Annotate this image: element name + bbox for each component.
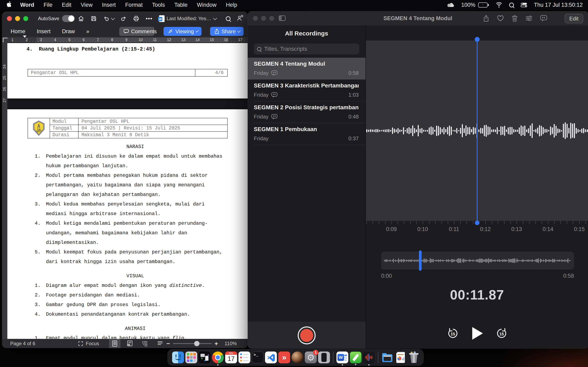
dock-icon-launchpad[interactable] bbox=[185, 351, 197, 363]
apple-icon[interactable] bbox=[6, 1, 12, 9]
dock-icon-spaces[interactable] bbox=[199, 351, 210, 363]
dock-icon-iphone-mirroring[interactable] bbox=[318, 351, 330, 363]
page-indicator[interactable]: Page 4 of 6 bbox=[10, 339, 35, 348]
dock-icon-voice-memos[interactable] bbox=[363, 351, 375, 363]
menu-help[interactable]: Help bbox=[226, 2, 237, 8]
playhead-drop-handle[interactable] bbox=[475, 221, 479, 225]
favorite-heart-icon[interactable] bbox=[497, 15, 504, 22]
minimize-button[interactable] bbox=[15, 16, 20, 21]
edit-button[interactable]: Edit bbox=[565, 14, 583, 23]
last-modified-label[interactable]: — Last Modified: Yes… bbox=[160, 16, 211, 21]
dock-icon-chrome[interactable] bbox=[212, 351, 224, 363]
dock-icon-downloads-folder[interactable] bbox=[381, 351, 393, 363]
zoom-slider-knob[interactable] bbox=[194, 341, 199, 346]
word-search-icon[interactable] bbox=[226, 16, 231, 21]
share-icon[interactable] bbox=[483, 15, 489, 22]
tab-stop-selector[interactable] bbox=[3, 38, 8, 42]
launchpad-grid-icon[interactable] bbox=[434, 2, 440, 8]
dock-icon-trash[interactable] bbox=[408, 351, 420, 363]
menu-view[interactable]: View bbox=[81, 2, 93, 8]
overview-scrubber[interactable] bbox=[381, 252, 574, 269]
onedrive-cloud-icon[interactable] bbox=[447, 2, 455, 8]
focus-button[interactable]: Focus bbox=[78, 339, 99, 348]
menu-insert[interactable]: Insert bbox=[102, 2, 116, 8]
share-people-icon[interactable] bbox=[237, 15, 243, 22]
zoom-button[interactable] bbox=[23, 16, 28, 21]
viewing-icon bbox=[168, 29, 173, 34]
battery-status[interactable]: 100% bbox=[461, 2, 489, 8]
dock-icon-pencil-app[interactable] bbox=[350, 351, 362, 363]
draft-view-button[interactable] bbox=[154, 339, 166, 348]
recording-item[interactable]: SEGMEN 4 Tentang ModulFriday0:58 bbox=[248, 58, 365, 80]
zoom-out-button[interactable]: − bbox=[166, 340, 170, 347]
dock-icon-documents[interactable] bbox=[395, 351, 406, 363]
last-modified-chevron-icon[interactable] bbox=[213, 16, 217, 20]
home-icon[interactable] bbox=[78, 16, 84, 22]
search-input[interactable] bbox=[264, 46, 356, 52]
spotlight-search-icon[interactable] bbox=[509, 3, 514, 7]
menu-window[interactable]: Window bbox=[197, 2, 216, 8]
print-icon[interactable] bbox=[133, 16, 139, 22]
dock-icon-settings[interactable]: ⚙1 bbox=[305, 351, 317, 363]
close-button[interactable] bbox=[7, 16, 12, 21]
autosave-toggle[interactable] bbox=[62, 15, 75, 22]
menu-clock[interactable]: Thu 17 Jul 13:50:12 bbox=[534, 2, 583, 8]
dock-icon-calendar[interactable]: JUL17 bbox=[225, 351, 237, 363]
comments-button[interactable]: Comments bbox=[119, 27, 154, 36]
right-indent-marker[interactable] bbox=[226, 38, 230, 42]
save-icon[interactable] bbox=[91, 16, 97, 22]
recording-item[interactable]: SEGMEN 2 Posisi Strategis pertambanganFr… bbox=[248, 101, 365, 123]
viewing-button[interactable]: Viewing bbox=[164, 27, 201, 36]
menu-file[interactable]: File bbox=[44, 2, 53, 8]
recording-item[interactable]: SEGMEN 1 PembukaanFriday0:37 bbox=[248, 123, 365, 145]
outline-view-button[interactable] bbox=[139, 339, 151, 348]
search-field[interactable] bbox=[254, 43, 359, 54]
document-page-1[interactable]: 4. Ruang Lingkup Pembelajaran (2:15-2:45… bbox=[7, 43, 248, 99]
wifi-icon[interactable] bbox=[495, 2, 503, 8]
control-center-icon[interactable] bbox=[520, 2, 527, 8]
record-button[interactable] bbox=[298, 326, 316, 344]
print-layout-view-button[interactable] bbox=[109, 339, 121, 348]
left-indent-marker[interactable] bbox=[35, 38, 39, 42]
ribbon-tab-home[interactable]: Home bbox=[11, 28, 25, 35]
recording-item[interactable]: SEGMEN 3 Karakteristik PertambanganFrida… bbox=[248, 80, 365, 101]
dock-icon-finder[interactable] bbox=[172, 351, 184, 363]
play-button[interactable] bbox=[472, 327, 483, 340]
ribbon-tab-draw[interactable]: Draw bbox=[62, 28, 75, 35]
battery-icon bbox=[478, 2, 489, 8]
menu-tools[interactable]: Tools bbox=[152, 2, 165, 8]
dock-icon-terminal[interactable]: >_ bbox=[252, 351, 264, 363]
dock-icon-word[interactable]: W bbox=[337, 351, 348, 363]
undo-button[interactable] bbox=[103, 16, 114, 22]
web-layout-view-button[interactable] bbox=[124, 339, 136, 348]
first-line-indent-marker[interactable] bbox=[23, 38, 26, 42]
skip-forward-15-button[interactable]: 15 bbox=[496, 328, 507, 339]
transcript-icon[interactable] bbox=[540, 15, 547, 22]
menu-format[interactable]: Format bbox=[125, 2, 143, 8]
doc-list-line: 1.Empat modul muncul dalam bentuk kartu … bbox=[35, 333, 236, 339]
menu-edit[interactable]: Edit bbox=[62, 2, 71, 8]
ribbon-tab-insert[interactable]: Insert bbox=[37, 28, 51, 35]
share-button[interactable]: Share bbox=[210, 27, 243, 36]
horizontal-ruler[interactable]: 1234567891011121314151617 bbox=[2, 37, 248, 42]
delete-trash-icon[interactable] bbox=[512, 15, 518, 22]
menu-word[interactable]: Word bbox=[20, 2, 34, 8]
dock-icon-planet[interactable] bbox=[292, 351, 303, 363]
playback-settings-icon[interactable] bbox=[526, 15, 532, 21]
ribbon-overflow-chevrons[interactable]: » bbox=[86, 28, 89, 35]
skip-back-15-button[interactable]: 15 bbox=[447, 328, 458, 339]
scrubber-playhead-pill[interactable] bbox=[419, 250, 422, 271]
zoom-in-button[interactable]: + bbox=[215, 340, 218, 347]
menu-table[interactable]: Table bbox=[174, 2, 188, 8]
dock-icon-vscode[interactable] bbox=[265, 351, 277, 363]
dock-icon-reminders[interactable] bbox=[238, 351, 250, 363]
undo-chevron-icon[interactable] bbox=[111, 16, 115, 20]
playhead-line[interactable] bbox=[477, 41, 477, 221]
redo-button[interactable] bbox=[121, 16, 127, 22]
zoom-slider[interactable] bbox=[173, 343, 212, 344]
vertical-ruler[interactable]: 24252627 bbox=[2, 42, 7, 339]
more-commands-icon[interactable]: ••• bbox=[146, 16, 153, 22]
document-page-2[interactable]: ModulPengantar OSL HPLTanggal04 Juli 202… bbox=[7, 109, 248, 339]
dock-icon-red-app[interactable]: » bbox=[278, 351, 290, 363]
zoom-percent-label[interactable]: 110% bbox=[225, 339, 237, 348]
